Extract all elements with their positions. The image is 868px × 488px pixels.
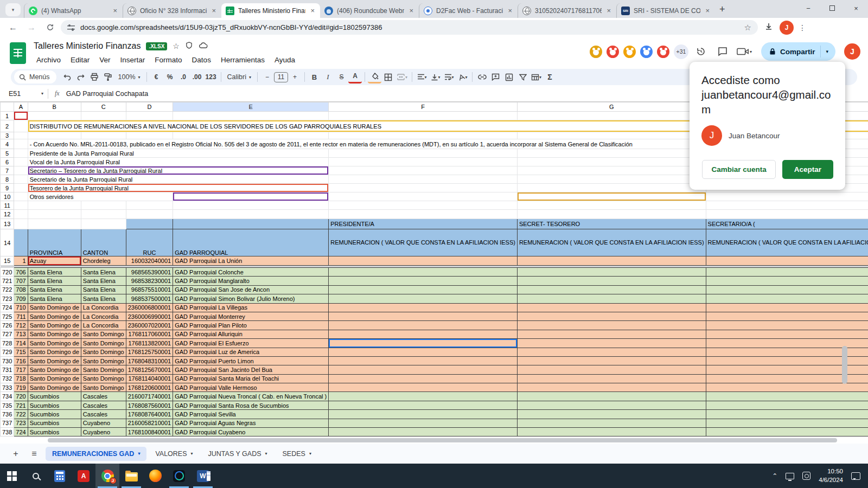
taskbar-clock[interactable]: 10:50 4/6/2024 [819,467,843,484]
close-tab-icon[interactable]: × [507,7,513,15]
cell-canton[interactable]: Cascales [81,392,126,401]
cell[interactable] [706,419,868,427]
cell-provincia[interactable]: Santo Domingo de [28,356,81,365]
role-label-cell[interactable]: Presidente de la Junta Parroquial Rural [28,149,329,158]
cell-canton[interactable]: La Concordia [81,303,126,312]
cell-index[interactable]: 714 [14,339,28,348]
cell[interactable] [329,268,518,277]
cell[interactable] [329,419,518,427]
cell[interactable] [14,219,28,229]
cell[interactable] [329,392,518,401]
decrease-font-size-button[interactable]: − [260,70,274,84]
taskbar-word-button[interactable]: W [191,464,215,488]
site-settings-icon[interactable] [67,24,75,31]
cell[interactable] [14,184,28,192]
network-icon[interactable] [786,473,794,479]
cell[interactable] [14,192,28,201]
print-button[interactable] [88,70,101,84]
cell[interactable] [173,192,329,201]
cell-provincia[interactable]: Santo Domingo de [28,312,81,320]
cell[interactable] [173,201,329,210]
row-header[interactable]: 729 [1,348,14,356]
menu-ver[interactable]: Ver [94,54,115,66]
sheet-tab-caret-icon[interactable]: ▾ [265,451,267,456]
cell-ruc[interactable]: 1768087640001 [126,410,173,419]
cell-index[interactable]: 717 [14,365,28,374]
cell-ruc[interactable]: 1768113820001 [126,339,173,348]
cell-gad[interactable]: GAD Parroquial Plan Piloto [173,321,329,330]
column-header-B[interactable]: B [28,102,81,112]
row-header[interactable]: 722 [1,285,14,294]
cell[interactable] [706,294,868,303]
cell-index[interactable]: 719 [14,383,28,392]
cell[interactable] [14,149,28,158]
cell[interactable] [173,210,329,219]
cell[interactable] [173,112,329,120]
cell[interactable] [706,321,868,330]
sheet-tab-juntas-y-gads[interactable]: JUNTAS Y GADS▾ [202,447,274,461]
cell-index[interactable]: 706 [14,268,28,277]
cell-gad[interactable]: GAD Parroquial Aguas Negras [173,419,329,427]
column-header-D[interactable]: D [126,102,173,112]
cell-index[interactable]: 711 [14,312,28,320]
cell-index[interactable]: 718 [14,374,28,383]
column-header-C[interactable]: C [81,102,126,112]
maximize-button[interactable] [820,0,844,16]
taskbar-file-explorer-button[interactable] [119,464,143,488]
cell[interactable] [14,120,28,132]
cell[interactable] [28,210,81,219]
cell-gad[interactable]: GAD Parroquial San Jose de Ancon [173,285,329,294]
cell-gad[interactable]: GAD Parroquial El Esfuerzo [173,339,329,348]
role-label-cell[interactable]: Secretario – Tesorero de la Junta Parroq… [28,166,329,175]
browser-tab[interactable]: 3105202407176811706000120× [518,3,616,18]
merge-cells-button[interactable]: ▾ [395,70,409,84]
column-header-E[interactable]: E [173,102,329,112]
cell-gad[interactable]: GAD Parroquial Nueva Troncal ( Cab. en N… [173,392,329,401]
cell[interactable] [517,112,706,120]
cell[interactable] [329,201,518,210]
close-tab-icon[interactable]: × [210,7,217,15]
cell[interactable] [517,201,706,210]
bookmark-star-icon[interactable]: ☆ [744,23,751,33]
share-button[interactable]: Compartir ▾ [761,42,835,61]
cell[interactable] [517,158,706,166]
cell-gad[interactable]: GAD Parroquial La Villegas [173,303,329,312]
table-header-cell[interactable]: GAD PARROQUIAL [173,229,329,256]
row-header[interactable]: 720 [1,268,14,277]
cell-provincia[interactable]: Santa Elena [28,294,81,303]
cell[interactable] [81,219,126,229]
cell-canton[interactable]: Santo Domingo [81,339,126,348]
row-header[interactable]: 724 [1,303,14,312]
cell-index[interactable]: 716 [14,356,28,365]
zoom-control[interactable]: 100%▾ [115,73,144,81]
text-color-button[interactable]: A [348,70,362,84]
cell-gad[interactable]: GAD Parroquial Luz de America [173,348,329,356]
font-size-input[interactable]: 11 [274,72,288,82]
cell-gad[interactable]: GAD Parroquial Simon Bolivar (Julio More… [173,294,329,303]
cell-gad[interactable]: GAD Parroquial Monterrey [173,312,329,320]
collaborator-avatar-badger[interactable] [656,44,671,59]
cell-index[interactable]: 712 [14,321,28,330]
sheets-logo-icon[interactable] [10,42,26,64]
cell-ruc[interactable]: 2360006800001 [126,303,173,312]
cell-provincia[interactable]: Santo Domingo de [28,321,81,330]
cell-provincia[interactable]: Sucumbios [28,401,81,409]
star-document-icon[interactable]: ☆ [173,42,180,50]
cell[interactable] [14,201,28,210]
cell[interactable] [173,132,329,139]
tray-app-icon[interactable] [802,472,810,480]
cell[interactable] [706,210,868,219]
move-folder-icon[interactable] [185,41,193,51]
fill-color-button[interactable] [368,70,381,84]
cell-ruc[interactable]: 968575510001 [126,285,173,294]
cell[interactable] [706,201,868,210]
cell-index[interactable]: 715 [14,348,28,356]
cell-canton[interactable]: Santo Domingo [81,348,126,356]
cell[interactable] [329,149,518,158]
cell-canton[interactable]: Cascales [81,410,126,419]
cell[interactable] [706,192,868,201]
menu-ayuda[interactable]: Ayuda [270,54,300,66]
format-percent-button[interactable]: % [163,70,177,84]
cell-gad[interactable]: GAD Parroquial Santa Rosa de Sucumbios [173,401,329,409]
vertical-scrollbar[interactable] [842,346,847,384]
